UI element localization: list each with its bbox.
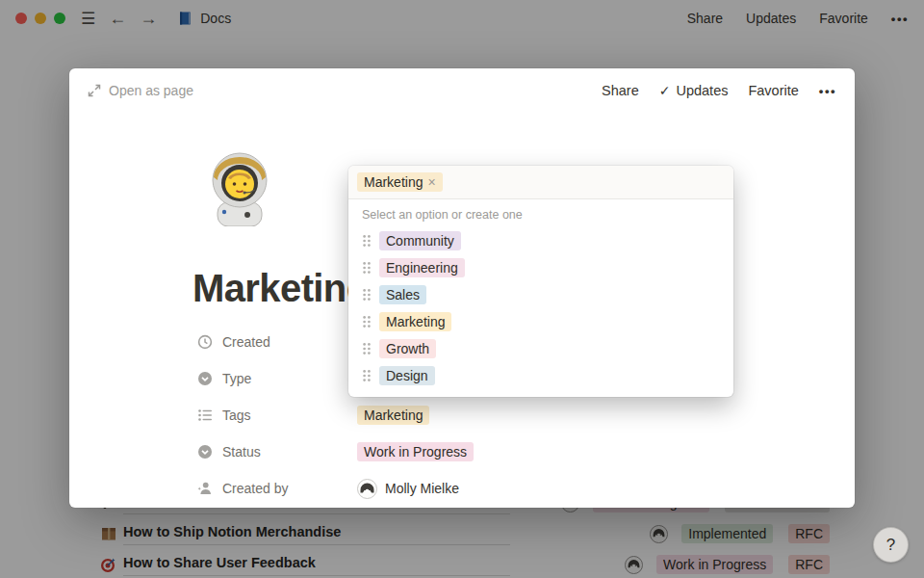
property-label: Created by <box>222 481 357 496</box>
status-value-chip[interactable]: Work in Progress <box>357 442 474 461</box>
help-button[interactable]: ? <box>873 527 909 563</box>
select-icon <box>197 444 213 460</box>
page-emoji-woman-astronaut-icon[interactable] <box>205 151 274 226</box>
remove-tag-icon[interactable]: × <box>427 175 435 189</box>
drag-handle-icon[interactable] <box>362 315 372 328</box>
page-title[interactable]: Marketing <box>192 267 370 310</box>
created-by-name: Molly Mielke <box>385 481 459 496</box>
drag-handle-icon[interactable] <box>362 369 372 382</box>
dropdown-option-sales[interactable]: Sales <box>348 281 733 308</box>
dropdown-option-growth[interactable]: Growth <box>348 335 733 362</box>
dropdown-option-design[interactable]: Design <box>348 362 733 389</box>
modal-updates-button[interactable]: ✓Updates <box>659 83 729 98</box>
check-icon: ✓ <box>659 83 671 98</box>
property-label: Type <box>222 371 357 386</box>
modal-favorite-button[interactable]: Favorite <box>748 83 798 98</box>
created-by-value[interactable]: Molly Mielke <box>357 479 459 499</box>
open-as-page-label: Open as page <box>109 83 193 98</box>
drag-handle-icon[interactable] <box>362 288 372 302</box>
tag-chip: Marketing <box>379 312 451 331</box>
tag-select-input[interactable]: Marketing × <box>348 166 733 199</box>
avatar <box>357 479 377 499</box>
property-row-created-by[interactable]: Created by Molly Mielke <box>197 470 736 507</box>
dropdown-option-community[interactable]: Community <box>348 227 733 254</box>
tag-chip: Growth <box>379 339 436 358</box>
app-window: ☰ ← → Docs Share Updates Favorite ••• Fe… <box>0 0 924 578</box>
tag-chip: Sales <box>379 285 426 304</box>
dropdown-option-marketing[interactable]: Marketing <box>348 308 733 335</box>
list-icon <box>197 407 213 423</box>
dropdown-options: CommunityEngineeringSalesMarketingGrowth… <box>348 224 733 397</box>
person-icon <box>197 481 213 496</box>
open-as-page-button[interactable]: Open as page <box>88 83 193 98</box>
dropdown-hint: Select an option or create one <box>348 199 733 224</box>
clock-icon <box>197 334 213 350</box>
property-label: Status <box>222 444 357 460</box>
selected-tag-chip[interactable]: Marketing × <box>357 172 443 192</box>
modal-more-icon[interactable]: ••• <box>819 84 836 98</box>
drag-handle-icon[interactable] <box>362 342 372 355</box>
tags-value-chip[interactable]: Marketing <box>357 406 429 425</box>
select-icon <box>197 371 213 386</box>
tag-chip: Design <box>379 366 435 385</box>
dropdown-option-engineering[interactable]: Engineering <box>348 254 733 281</box>
modal-header: Open as page Share ✓Updates Favorite ••• <box>69 68 855 113</box>
property-label: Tags <box>222 407 357 423</box>
property-row-tags[interactable]: Tags Marketing <box>197 397 736 434</box>
tag-chip: Engineering <box>379 258 465 277</box>
modal-actions: Share ✓Updates Favorite ••• <box>602 83 836 98</box>
modal-share-button[interactable]: Share <box>602 83 639 98</box>
tag-select-dropdown: Marketing × Select an option or create o… <box>348 166 733 397</box>
property-label: Created <box>222 334 357 350</box>
expand-icon <box>88 84 101 97</box>
drag-handle-icon[interactable] <box>362 234 372 248</box>
drag-handle-icon[interactable] <box>362 261 372 275</box>
property-row-status[interactable]: Status Work in Progress <box>197 434 736 470</box>
tag-chip: Community <box>379 231 461 250</box>
